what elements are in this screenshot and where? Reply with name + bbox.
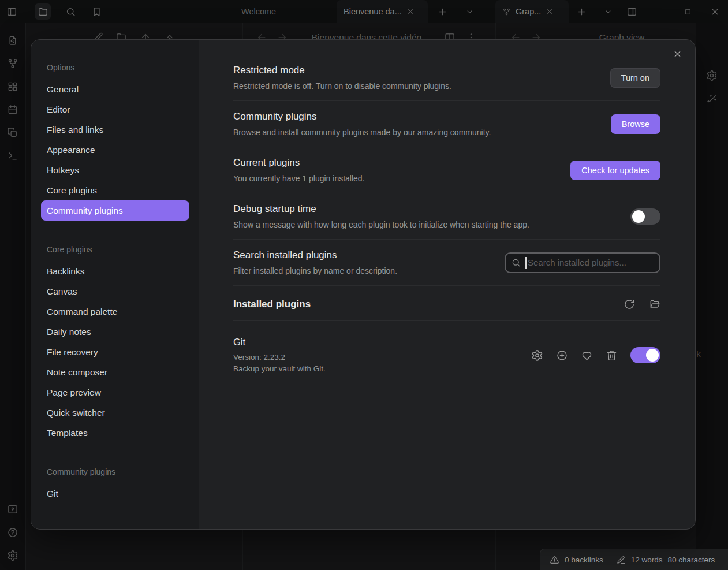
- settings-nav-item[interactable]: Quick switcher: [41, 403, 189, 423]
- settings-nav-item[interactable]: Appearance: [41, 140, 189, 160]
- setting-description: Browse and install community plugins mad…: [233, 127, 491, 137]
- setting-description: Show a message with how long each plugin…: [233, 219, 529, 230]
- sidebar-group-core-plugins: BacklinksCanvasCommand paletteDaily note…: [41, 261, 189, 443]
- modal-close-icon[interactable]: [673, 49, 682, 59]
- plugin-version: Version: 2.23.2: [233, 352, 326, 362]
- search-icon: [511, 258, 521, 268]
- debug-startup-toggle[interactable]: [630, 208, 660, 225]
- backlinks-count[interactable]: 0 backlinks: [565, 556, 603, 564]
- pencil-icon: [616, 555, 626, 565]
- settings-nav-item[interactable]: General: [41, 79, 189, 99]
- sidebar-group-heading-options: Options: [47, 63, 189, 72]
- sidebar-group-heading-community-plugins: Community plugins: [47, 467, 189, 476]
- settings-nav-item[interactable]: Core plugins: [41, 180, 189, 200]
- settings-nav-item[interactable]: Canvas: [41, 281, 189, 301]
- setting-name: Search installed plugins: [233, 249, 397, 262]
- installed-plugins-header: Installed plugins: [233, 286, 660, 321]
- settings-nav-item[interactable]: Daily notes: [41, 322, 189, 342]
- plugin-donate-icon[interactable]: [581, 349, 593, 362]
- setting-name: Debug startup time: [233, 203, 529, 215]
- settings-modal: Options GeneralEditorFiles and linksAppe…: [31, 39, 696, 530]
- installed-plugins-heading: Installed plugins: [233, 299, 311, 310]
- check-for-updates-button[interactable]: Check for updates: [570, 161, 660, 180]
- status-bar: 0 backlinks 12 words 80 characters: [540, 549, 728, 570]
- browse-button[interactable]: Browse: [611, 114, 660, 134]
- plugin-description: Backup your vault with Git.: [233, 364, 326, 374]
- reload-plugins-icon[interactable]: [624, 299, 635, 310]
- text-caret: [525, 257, 527, 269]
- setting-description: Restricted mode is off. Turn on to disab…: [233, 81, 451, 91]
- plugin-uninstall-icon[interactable]: [606, 349, 618, 362]
- settings-nav-item[interactable]: File recovery: [41, 342, 189, 362]
- settings-content: Restricted mode Restricted mode is off. …: [199, 40, 695, 529]
- plugin-settings-icon[interactable]: [531, 349, 543, 362]
- settings-nav-item[interactable]: Page preview: [41, 382, 189, 403]
- setting-search-installed-plugins: Search installed plugins Filter installe…: [233, 240, 660, 286]
- plugin-name: Git: [233, 337, 326, 348]
- plugin-search-input[interactable]: [505, 252, 660, 273]
- setting-description: You currently have 1 plugin installed.: [233, 173, 365, 184]
- plugin-row-git: Git Version: 2.23.2 Backup your vault wi…: [233, 321, 660, 374]
- settings-nav-item[interactable]: Note composer: [41, 362, 189, 382]
- sidebar-group-heading-core-plugins: Core plugins: [47, 245, 189, 254]
- setting-debug-startup-time: Debug startup time Show a message with h…: [233, 193, 660, 240]
- settings-nav-item[interactable]: Editor: [41, 99, 189, 120]
- setting-name: Current plugins: [233, 157, 365, 169]
- settings-sidebar: Options GeneralEditorFiles and linksAppe…: [31, 40, 199, 529]
- open-plugins-folder-icon[interactable]: [649, 299, 660, 310]
- settings-nav-item[interactable]: Hotkeys: [41, 160, 189, 180]
- warning-icon[interactable]: [550, 555, 559, 565]
- settings-nav-item[interactable]: Git: [41, 483, 189, 504]
- settings-nav-item[interactable]: Community plugins: [41, 200, 189, 221]
- settings-nav-item[interactable]: Backlinks: [41, 261, 189, 281]
- toggle-knob: [646, 349, 659, 362]
- character-count[interactable]: 80 characters: [668, 556, 715, 564]
- sidebar-group-community-plugins: Git: [41, 483, 189, 504]
- setting-name: Community plugins: [233, 110, 491, 123]
- setting-current-plugins: Current plugins You currently have 1 plu…: [233, 147, 660, 193]
- settings-nav-item[interactable]: Command palette: [41, 301, 189, 322]
- setting-community-plugins: Community plugins Browse and install com…: [233, 101, 660, 147]
- turn-on-button[interactable]: Turn on: [610, 68, 660, 88]
- plugin-enable-toggle[interactable]: [630, 347, 660, 363]
- setting-name: Restricted mode: [233, 64, 451, 77]
- settings-nav-item[interactable]: Files and links: [41, 120, 189, 140]
- settings-nav-item[interactable]: Templates: [41, 423, 189, 443]
- sidebar-group-options: GeneralEditorFiles and linksAppearanceHo…: [41, 79, 189, 221]
- setting-restricted-mode: Restricted mode Restricted mode is off. …: [233, 55, 660, 101]
- plugin-hotkeys-icon[interactable]: [556, 349, 568, 362]
- toggle-knob: [632, 210, 645, 223]
- setting-description: Filter installed plugins by name or desc…: [233, 266, 397, 276]
- word-count[interactable]: 12 words: [631, 556, 663, 564]
- plugin-search: [505, 252, 660, 273]
